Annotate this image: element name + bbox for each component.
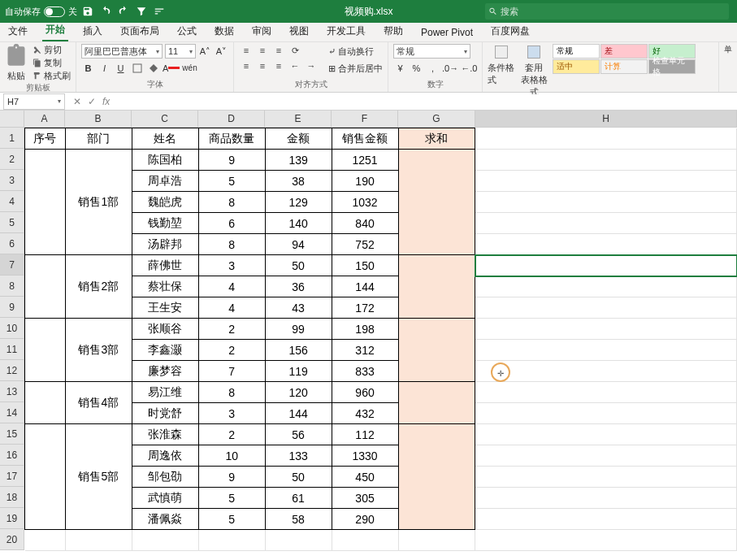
col-header-B[interactable]: B [65, 111, 132, 127]
font-size-select[interactable]: 11▾ [165, 44, 196, 59]
indent-inc-button[interactable]: → [304, 59, 319, 72]
format-as-table-button[interactable]: 套用 表格格式 [520, 44, 548, 98]
underline-button[interactable]: U [114, 61, 128, 75]
border-icon [132, 63, 142, 73]
ribbon-group-alignment: ≡≡≡⟳ ≡≡≡←→ ⤶自动换行 ⊞合并后居中 对齐方式 [234, 42, 388, 92]
menu-tab-7[interactable]: 视图 [286, 21, 312, 41]
cell-style-5[interactable]: 检查单元格 [648, 59, 696, 74]
percent-format-button[interactable]: % [410, 61, 423, 75]
row-header-16[interactable]: 16 [0, 445, 24, 466]
ribbon-group-styles: 条件格式 套用 表格格式 常规差好适中计算检查单元格 样式 [483, 42, 719, 92]
number-format-select[interactable]: 常规▾ [393, 44, 470, 59]
row-header-7[interactable]: 7 [0, 254, 24, 276]
menu-tab-2[interactable]: 插入 [80, 21, 106, 41]
row-header-14[interactable]: 14 [0, 402, 24, 423]
decrease-decimal-button[interactable]: ←.0 [461, 61, 477, 75]
italic-button[interactable]: I [98, 61, 111, 75]
autosave-control[interactable]: 自动保存 关 [5, 6, 77, 18]
row-header-5[interactable]: 5 [0, 212, 24, 233]
search-box[interactable] [485, 3, 729, 20]
row-header-1[interactable]: 1 [0, 128, 24, 149]
cell-style-3[interactable]: 适中 [553, 59, 600, 74]
fill-color-button[interactable] [146, 61, 160, 75]
increase-decimal-button[interactable]: .0→ [442, 61, 458, 75]
align-left-button[interactable]: ≡ [239, 59, 254, 72]
menu-tab-10[interactable]: Power Pivot [418, 24, 476, 41]
menu-tab-11[interactable]: 百度网盘 [488, 21, 533, 41]
col-header-G[interactable]: G [398, 111, 475, 127]
row-header-13[interactable]: 13 [0, 381, 24, 402]
row-header-2[interactable]: 2 [0, 149, 24, 170]
accounting-format-button[interactable]: ¥ [393, 61, 407, 75]
row-header-15[interactable]: 15 [0, 423, 24, 445]
align-center-button[interactable]: ≡ [255, 59, 270, 72]
undo-icon[interactable] [98, 4, 113, 19]
menu-tab-1[interactable]: 开始 [42, 20, 68, 41]
merge-center-button[interactable]: ⊞合并后居中 [328, 61, 383, 76]
col-header-H[interactable]: H [475, 111, 737, 127]
spreadsheet-grid[interactable]: ABCDEFGH 1234567891011121314151617181920… [0, 111, 737, 556]
indent-dec-button[interactable]: ← [288, 59, 302, 72]
col-header-D[interactable]: D [198, 111, 265, 127]
row-header-10[interactable]: 10 [0, 318, 24, 339]
decrease-font-button[interactable]: A˅ [215, 45, 228, 59]
menu-tab-8[interactable]: 开发工具 [323, 21, 369, 41]
font-family-select[interactable]: 阿里巴巴普惠体▾ [81, 44, 163, 59]
row-header-4[interactable]: 4 [0, 191, 24, 212]
ribbon-group-clipboard: 粘贴 剪切 复制 格式刷 剪贴板 [0, 42, 76, 92]
cond-format-icon [493, 44, 509, 60]
format-painter-button[interactable]: 格式刷 [33, 70, 71, 81]
align-bottom-button[interactable]: ≡ [271, 44, 286, 57]
cancel-formula-icon[interactable]: ✕ [73, 96, 81, 107]
enter-formula-icon[interactable]: ✓ [88, 96, 96, 107]
menu-tab-3[interactable]: 页面布局 [117, 21, 163, 41]
cell-style-4[interactable]: 计算 [600, 59, 648, 74]
phonetic-button[interactable]: wén [182, 61, 197, 75]
row-header-3[interactable]: 3 [0, 170, 24, 191]
cell-style-0[interactable]: 常规 [553, 44, 600, 59]
save-icon[interactable] [80, 4, 95, 19]
orientation-button[interactable]: ⟳ [288, 44, 302, 57]
row-header-19[interactable]: 19 [0, 508, 24, 529]
col-header-A[interactable]: A [24, 111, 65, 127]
conditional-format-button[interactable]: 条件格式 [488, 44, 515, 86]
wrap-text-button[interactable]: ⤶自动换行 [328, 44, 383, 59]
fx-icon[interactable]: fx [102, 96, 110, 107]
copy-button[interactable]: 复制 [33, 57, 71, 68]
row-header-18[interactable]: 18 [0, 487, 24, 508]
name-box[interactable]: H7▾ [3, 93, 65, 110]
row-header-11[interactable]: 11 [0, 339, 24, 360]
menu-tab-4[interactable]: 公式 [174, 21, 200, 41]
row-header-8[interactable]: 8 [0, 276, 24, 297]
col-header-F[interactable]: F [332, 111, 398, 127]
menu-tab-9[interactable]: 帮助 [380, 21, 406, 41]
increase-font-button[interactable]: A˄ [198, 45, 212, 59]
menu-tab-6[interactable]: 审阅 [249, 21, 275, 41]
cut-button[interactable]: 剪切 [33, 44, 71, 55]
border-button[interactable] [130, 61, 144, 75]
cell-styles-gallery[interactable]: 常规差好适中计算检查单元格 [553, 44, 696, 74]
row-header-12[interactable]: 12 [0, 360, 24, 381]
row-header-6[interactable]: 6 [0, 233, 24, 254]
comma-format-button[interactable]: , [426, 61, 440, 75]
cell-style-1[interactable]: 差 [600, 44, 648, 59]
font-color-button[interactable]: A [163, 61, 180, 75]
col-header-E[interactable]: E [265, 111, 332, 127]
align-middle-button[interactable]: ≡ [255, 44, 270, 57]
sort-icon[interactable] [152, 4, 167, 19]
paste-button[interactable]: 粘贴 [5, 44, 28, 82]
redo-icon[interactable] [116, 4, 131, 19]
align-right-button[interactable]: ≡ [271, 59, 286, 72]
search-input[interactable] [501, 7, 726, 16]
menu-tab-5[interactable]: 数据 [211, 21, 237, 41]
formula-input[interactable] [110, 94, 678, 109]
filter-icon[interactable] [134, 4, 149, 19]
col-header-C[interactable]: C [132, 111, 198, 127]
menu-tab-0[interactable]: 文件 [5, 21, 31, 41]
row-header-20[interactable]: 20 [0, 529, 24, 550]
bold-button[interactable]: B [81, 61, 95, 75]
align-top-button[interactable]: ≡ [239, 44, 254, 57]
row-header-17[interactable]: 17 [0, 466, 24, 487]
select-all-corner[interactable] [0, 111, 24, 127]
row-header-9[interactable]: 9 [0, 297, 24, 318]
